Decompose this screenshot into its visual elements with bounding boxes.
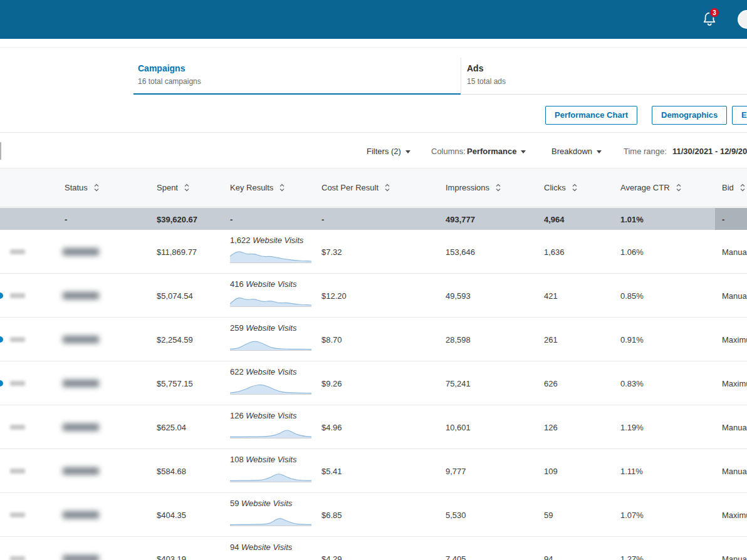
campaign-row: $403.1994 Website Visits$4.297,405941.27… bbox=[0, 537, 747, 560]
key-results-count: 416 bbox=[230, 279, 246, 289]
key-results-count: 126 bbox=[230, 411, 246, 420]
sort-icon bbox=[384, 183, 390, 192]
sort-icon bbox=[184, 183, 190, 192]
key-results-unit: Website Visits bbox=[246, 455, 296, 464]
campaign-row: $5,074.54416 Website Visits$12.2049,5934… bbox=[0, 274, 747, 318]
cell-key-results: 59 Website Visits bbox=[230, 499, 311, 526]
redacted-status-dropdown[interactable] bbox=[63, 248, 99, 256]
cell-bid: Maximum bbox=[722, 510, 747, 519]
cell-cost-per-result: $4.29 bbox=[321, 554, 342, 560]
notification-badge: 3 bbox=[709, 8, 719, 18]
cell-average-ctr: 0.83% bbox=[620, 378, 644, 388]
cell-spent: $11,869.77 bbox=[157, 247, 197, 256]
totals-ctr: 1.01% bbox=[620, 214, 644, 224]
cell-average-ctr: 1.19% bbox=[620, 422, 644, 432]
redacted-status-dropdown[interactable] bbox=[63, 511, 99, 519]
column-header-bid[interactable]: Bid bbox=[722, 169, 746, 207]
column-header-label: Bid bbox=[722, 183, 734, 192]
key-results-unit: Website Visits bbox=[246, 323, 296, 333]
clipped-left-control bbox=[0, 142, 1, 160]
cell-cost-per-result: $4.96 bbox=[321, 422, 342, 432]
top-navigation-bar: 3 bbox=[0, 0, 747, 39]
performance-chart-button[interactable]: Performance Chart bbox=[545, 106, 637, 125]
cell-key-results: 94 Website Visits bbox=[230, 542, 311, 560]
cell-spent: $625.04 bbox=[157, 422, 186, 432]
cell-key-results: 126 Website Visits bbox=[230, 411, 311, 438]
column-header-label: Average CTR bbox=[620, 183, 670, 192]
column-header-cost[interactable]: Cost Per Result bbox=[321, 169, 390, 207]
key-results-unit: Website Visits bbox=[246, 411, 296, 420]
demographics-button[interactable]: Demographics bbox=[652, 106, 727, 125]
account-avatar[interactable] bbox=[738, 10, 747, 29]
totals-bid: - bbox=[722, 214, 724, 224]
cell-average-ctr: 1.07% bbox=[620, 510, 644, 519]
cell-average-ctr: 1.11% bbox=[620, 466, 643, 475]
key-results-count: 622 bbox=[230, 367, 246, 376]
columns-label: Columns: bbox=[431, 147, 466, 156]
clipped-toggle-edge bbox=[0, 336, 3, 343]
export-button[interactable]: Export bbox=[732, 106, 747, 125]
redacted-campaign-id bbox=[10, 293, 25, 298]
redacted-status-dropdown[interactable] bbox=[63, 292, 99, 299]
cell-impressions: 7,405 bbox=[446, 554, 466, 560]
key-results-unit: Website Visits bbox=[241, 499, 292, 508]
key-results-unit: Website Visits bbox=[246, 279, 296, 289]
column-header-status[interactable]: Status bbox=[65, 169, 100, 207]
clipped-toggle-edge bbox=[0, 380, 3, 386]
cell-key-results: 1,622 Website Visits bbox=[230, 236, 311, 263]
cell-clicks: 126 bbox=[544, 422, 558, 432]
notifications-button[interactable]: 3 bbox=[701, 11, 721, 31]
columns-dropdown[interactable]: Performance bbox=[467, 147, 526, 156]
key-results-count: 1,622 bbox=[230, 236, 253, 245]
cell-cost-per-result: $8.70 bbox=[321, 334, 342, 344]
cell-average-ctr: 1.06% bbox=[620, 247, 644, 256]
cell-impressions: 10,601 bbox=[446, 422, 471, 432]
totals-cost: - bbox=[321, 214, 324, 224]
sparkline-chart bbox=[230, 554, 311, 560]
cell-clicks: 421 bbox=[544, 291, 558, 300]
redacted-status-dropdown[interactable] bbox=[63, 423, 99, 431]
sparkline-chart bbox=[230, 378, 311, 395]
header-separator bbox=[0, 47, 747, 48]
column-header-label: Spent bbox=[157, 183, 178, 192]
cell-clicks: 109 bbox=[544, 466, 558, 475]
campaign-row: $625.04126 Website Visits$4.9610,6011261… bbox=[0, 405, 747, 449]
sparkline-chart bbox=[230, 247, 311, 263]
redacted-status-dropdown[interactable] bbox=[63, 380, 99, 387]
tab-campaigns[interactable]: Campaigns 16 total campaigns bbox=[133, 55, 461, 94]
redacted-status-dropdown[interactable] bbox=[63, 467, 99, 475]
campaign-row: $5,757.15622 Website Visits$9.2675,24162… bbox=[0, 361, 747, 405]
column-header-clicks[interactable]: Clicks bbox=[544, 169, 578, 207]
column-header-impressions[interactable]: Impressions bbox=[446, 169, 501, 207]
cell-key-results: 259 Website Visits bbox=[230, 323, 311, 351]
columns-dropdown-value: Performance bbox=[467, 147, 516, 156]
cell-cost-per-result: $9.26 bbox=[321, 378, 342, 388]
redacted-status-dropdown[interactable] bbox=[63, 336, 99, 343]
cell-bid: Maximum bbox=[722, 378, 747, 388]
redacted-status-dropdown[interactable] bbox=[63, 555, 99, 560]
column-header-spent[interactable]: Spent bbox=[157, 169, 190, 207]
column-header-label: Clicks bbox=[544, 183, 566, 192]
sparkline-chart bbox=[230, 291, 311, 307]
breakdown-dropdown[interactable]: Breakdown bbox=[551, 147, 602, 156]
cell-impressions: 5,530 bbox=[446, 510, 466, 519]
tab-campaigns-label: Campaigns bbox=[138, 63, 461, 73]
totals-key: - bbox=[230, 214, 232, 224]
tab-ads[interactable]: Ads 15 total ads bbox=[467, 55, 655, 94]
time-range-selector[interactable]: 11/30/2021 - 12/9/2021 bbox=[672, 147, 747, 156]
cell-clicks: 59 bbox=[544, 510, 553, 519]
redacted-campaign-id bbox=[10, 425, 25, 430]
key-results-count: 94 bbox=[230, 542, 241, 552]
sparkline-chart bbox=[230, 466, 311, 482]
tab-divider bbox=[461, 58, 461, 93]
filters-dropdown[interactable]: Filters (2) bbox=[367, 147, 410, 156]
key-results-unit: Website Visits bbox=[246, 367, 296, 376]
column-header-label: Impressions bbox=[446, 183, 489, 192]
cell-impressions: 49,593 bbox=[446, 291, 471, 300]
table-totals-row: -$39,620.67--493,7774,9641.01%- bbox=[0, 208, 747, 230]
column-header-key[interactable]: Key Results bbox=[230, 169, 285, 207]
column-header-ctr[interactable]: Average CTR bbox=[620, 169, 682, 207]
totals-spent: $39,620.67 bbox=[157, 214, 197, 224]
cell-average-ctr: 1.27% bbox=[620, 554, 644, 560]
tab-ads-label: Ads bbox=[467, 63, 655, 73]
